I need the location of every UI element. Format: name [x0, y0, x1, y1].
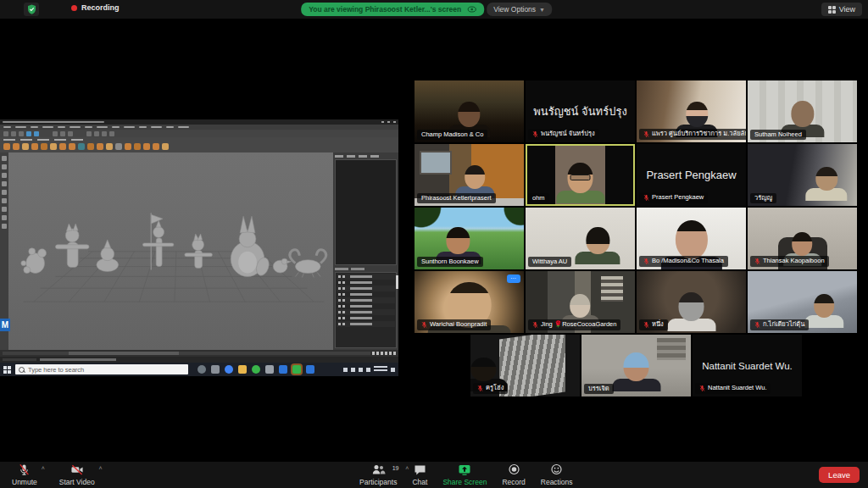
participant-tile[interactable]: Thiansak Kaopaiboon: [748, 208, 857, 269]
participant-grid: Champ Madison & Co พนรัญชน์ จันทร์ปรุง พ…: [415, 80, 859, 398]
muted-mic-icon: [532, 130, 538, 138]
recording-indicator: Recording: [71, 3, 120, 12]
participant-name: ก.ไก่เดียวไก่ตุ้น: [763, 321, 804, 328]
participant-tile[interactable]: บรรเจิด: [581, 335, 691, 396]
maya-layer-list: [335, 272, 397, 348]
participant-video: [576, 227, 620, 264]
muted-mic-icon: [477, 385, 483, 392]
muted-mic-icon: [643, 321, 649, 329]
chat-icon: [414, 463, 426, 476]
share-screen-icon: [458, 463, 471, 476]
participant-tile[interactable]: หนึ่ง: [637, 271, 746, 333]
participant-tile[interactable]: พนรัญชน์ จันทร์ปรุง พนรัญชน์ จันทร์ปรุง: [526, 80, 635, 142]
participants-icon: [371, 463, 386, 476]
muted-mic-icon: [643, 258, 649, 265]
participant-tile[interactable]: ⋯ Warichai Boonpradit: [415, 271, 524, 333]
more-options-badge[interactable]: ⋯: [507, 274, 520, 283]
participant-name: Champ Madison & Co: [421, 131, 483, 138]
maya-shelf: [0, 137, 398, 152]
participant-tile[interactable]: แพรว ศูนย์บริการวิชาการ ม.วลัยลักษณ์: [637, 80, 746, 142]
participant-tile[interactable]: ohm: [526, 144, 635, 206]
record-button[interactable]: Record: [502, 462, 525, 488]
participant-tile[interactable]: ก.ไก่เดียวไก่ตุ้น: [748, 271, 857, 333]
muted-mic-icon: [643, 194, 649, 202]
participant-video: [805, 294, 844, 328]
viewing-screen-banner: You are viewing Phirasoost Ketler...'s s…: [301, 3, 484, 16]
participant-tile[interactable]: Prasert Pengkaew Prasert Pengkaew: [637, 144, 746, 206]
chat-label: Chat: [412, 478, 427, 486]
participant-video: [556, 163, 604, 203]
leave-label: Leave: [828, 470, 850, 480]
participant-tile[interactable]: Nattanit Suardet Wu. Nattanit Suardet Wu…: [693, 335, 802, 396]
unmute-button[interactable]: ˄ Unmute: [12, 462, 37, 488]
participant-name: บรรเจิด: [588, 385, 609, 392]
maya-channel-box-panel: [333, 152, 398, 350]
participant-tile[interactable]: ครูโฮ่ง: [470, 335, 580, 396]
participants-button[interactable]: 19 ˄ Participants: [359, 462, 397, 488]
chevron-down-icon: ▼: [539, 7, 545, 13]
participant-tile[interactable]: Sutham Noiheed: [748, 80, 857, 142]
muted-mic-icon: [643, 130, 649, 138]
chevron-up-icon[interactable]: ˄: [42, 465, 45, 471]
maya-app-icon: M: [0, 319, 10, 331]
shield-check-icon: [27, 4, 36, 14]
reactions-label: Reactions: [541, 478, 573, 486]
participant-tile[interactable]: วรัญญู: [748, 144, 857, 206]
muted-mic-icon: [421, 321, 427, 329]
record-label: Record: [502, 478, 525, 486]
participant-name: Witthaya AU: [532, 258, 567, 265]
taskbar-search-box[interactable]: Type here to search: [15, 364, 188, 374]
banner-text: You are viewing Phirasoost Ketler...'s s…: [309, 5, 461, 14]
participant-name: Jing 🌹RoseCocoaGarden: [541, 321, 616, 328]
start-video-button[interactable]: ˄ Start Video: [59, 462, 95, 488]
scrollbar-handle[interactable]: [396, 275, 398, 289]
view-button[interactable]: View: [821, 3, 862, 16]
participant-tile[interactable]: Phirasoost Ketlertprasert: [415, 144, 524, 206]
participant-tile[interactable]: Sunthorn Boonkaew: [415, 208, 524, 269]
chevron-up-icon[interactable]: ˄: [405, 465, 409, 471]
participant-name: Sutham Noiheed: [754, 131, 802, 138]
maya-timeline: [0, 350, 398, 357]
participant-name: วรัญญู: [754, 195, 772, 202]
shared-screen-content: Type here to search: [0, 119, 398, 375]
view-options-button[interactable]: View Options ▼: [487, 3, 552, 16]
participant-tile[interactable]: Jing 🌹RoseCocoaGarden: [526, 271, 635, 333]
recording-dot-icon: [71, 5, 77, 11]
participant-count-badge: 19: [392, 465, 399, 471]
participant-name: Nattanit Suardet Wu.: [708, 385, 766, 391]
share-screen-label: Share Screen: [442, 478, 487, 486]
participant-name: Bo /Madison&Co Thasala: [652, 258, 724, 264]
participant-name: Phirasoost Ketlertprasert: [421, 195, 492, 202]
participant-video: [667, 292, 715, 331]
eye-icon: [467, 6, 476, 13]
meeting-top-bar: Recording You are viewing Phirasoost Ket…: [0, 0, 868, 19]
participant-name: Sunthorn Boonkaew: [421, 258, 479, 265]
participant-name: Thiansak Kaopaiboon: [763, 258, 825, 264]
system-tray: [343, 366, 395, 373]
record-icon: [508, 463, 520, 476]
muted-mic-icon: [754, 258, 760, 265]
windows-start-icon[interactable]: [3, 366, 11, 374]
viewport-3d-characters: [8, 152, 333, 348]
chevron-up-icon[interactable]: ˄: [99, 465, 103, 471]
taskbar-app-icons[interactable]: [198, 365, 314, 374]
participant-video: [805, 167, 847, 201]
participant-name: พนรัญชน์ จันทร์ปรุง: [541, 130, 595, 137]
maya-viewport: [8, 152, 333, 350]
reactions-button[interactable]: Reactions: [541, 462, 573, 488]
participants-label: Participants: [359, 478, 397, 486]
share-screen-button[interactable]: Share Screen: [442, 462, 487, 488]
leave-button[interactable]: Leave: [819, 467, 860, 483]
grid-view-icon: [828, 6, 836, 14]
unmute-label: Unmute: [12, 478, 37, 486]
meeting-info-button[interactable]: [24, 3, 39, 16]
muted-mic-icon: [754, 321, 760, 329]
recording-label: Recording: [81, 3, 120, 12]
participant-name: ครูโฮ่ง: [486, 385, 504, 391]
participant-name: แพรว ศูนย์บริการวิชาการ ม.วลัยลักษณ์: [652, 130, 746, 137]
camera-muted-icon: [70, 463, 84, 476]
participant-tile[interactable]: Champ Madison & Co: [415, 80, 524, 142]
participant-tile[interactable]: Bo /Madison&Co Thasala: [637, 208, 746, 269]
participant-tile[interactable]: Witthaya AU: [526, 208, 635, 269]
chat-button[interactable]: Chat: [412, 462, 427, 488]
